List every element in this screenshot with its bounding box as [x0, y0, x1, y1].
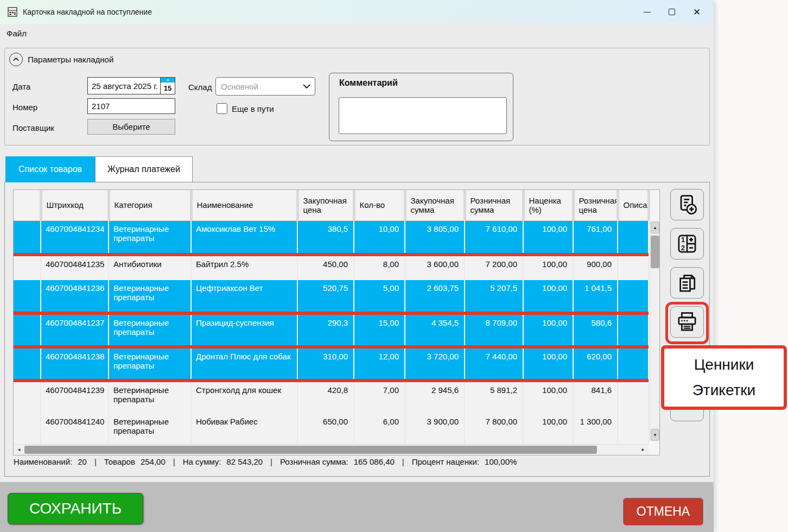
minimize-icon — [644, 12, 651, 12]
cell-desc — [618, 382, 649, 414]
cell-rowhdr — [14, 280, 41, 312]
column-header-psum[interactable]: Закупочная сумма — [405, 190, 465, 220]
date-picker[interactable]: 25 августа 2025 г. 15 — [87, 77, 175, 94]
cell-rprice: 620,00 — [573, 349, 618, 379]
cell-rowhdr — [14, 382, 41, 414]
scroll-down-arrow[interactable]: ▼ — [651, 429, 659, 441]
calendar-icon[interactable]: 15 — [160, 78, 175, 94]
cell-name: Нобивак Рабиес — [191, 414, 297, 444]
calculator-button[interactable]: 1 2 — [670, 228, 704, 259]
cell-rprice: 900,00 — [573, 256, 618, 280]
column-header-rowhdr[interactable] — [14, 190, 41, 220]
vertical-scroll-thumb[interactable] — [651, 236, 659, 268]
menu-item-file[interactable]: Файл — [0, 27, 33, 40]
status-value: 165 086,40 — [354, 457, 395, 466]
cell-rowhdr — [14, 414, 41, 444]
maximize-button[interactable] — [659, 0, 684, 24]
screen: Карточка накладной на поступление ✕ Файл… — [0, 0, 788, 532]
number-input[interactable] — [87, 98, 175, 114]
column-header-name[interactable]: Наименование — [191, 190, 297, 220]
cell-category: Ветеринарные препараты — [109, 414, 191, 444]
comment-textarea[interactable] — [339, 97, 507, 134]
status-label: Товаров — [104, 457, 135, 466]
table-row[interactable]: 4607004841240Ветеринарные препаратыНобив… — [14, 414, 649, 444]
column-header-qty[interactable]: Кол-во — [354, 190, 405, 220]
minimize-button[interactable] — [634, 0, 659, 24]
cell-rowhdr — [14, 349, 41, 379]
column-header-category[interactable]: Категория — [109, 190, 191, 220]
status-value: 254,00 — [141, 457, 166, 466]
date-label: Дата — [12, 82, 30, 91]
table-row[interactable]: 4607004841237Ветеринарные препаратыПрази… — [14, 315, 649, 345]
status-bar: Наименований:20|Товаров254,00|На сумму:8… — [14, 457, 517, 466]
menu-bar: Файл — [0, 24, 714, 42]
scroll-left-arrow[interactable]: ◄ — [15, 445, 23, 454]
table-row[interactable]: 4607004841236Ветеринарные препаратыЦефтр… — [14, 280, 649, 312]
calculator-icon: 1 2 — [675, 232, 699, 256]
invoice-params-panel: Параметры накладной Дата 25 августа 2025… — [4, 48, 710, 145]
tab-products[interactable]: Список товаров — [5, 156, 95, 182]
print-menu-item-labels[interactable]: Этикетки — [692, 382, 756, 399]
cell-rsum: 7 610,00 — [465, 220, 523, 253]
print-menu-item-price-tags[interactable]: Ценники — [694, 356, 754, 373]
cell-psum: 4 354,5 — [405, 315, 465, 345]
print-button[interactable] — [670, 306, 704, 338]
tab-payments[interactable]: Журнал платежей — [95, 156, 193, 182]
column-header-rsum[interactable]: Розничная сумма — [465, 190, 523, 220]
products-tab-page: ШтрихкодКатегорияНаименованиеЗакупочная … — [4, 182, 710, 477]
cell-barcode: 4607004841235 — [41, 256, 109, 280]
copy-button[interactable] — [670, 267, 704, 299]
cell-name: Цефтриаксон Вет — [191, 280, 297, 312]
horizontal-scroll-thumb[interactable] — [24, 446, 597, 454]
table-row[interactable]: 4607004841239Ветеринарные препаратыСтрон… — [14, 382, 649, 414]
cell-rsum: 7 800,00 — [465, 414, 523, 444]
tab-strip: Список товаровЖурнал платежей — [5, 156, 193, 182]
in-transit-checkbox[interactable] — [217, 103, 227, 114]
cell-name: Дронтал Плюс для собак — [191, 349, 297, 379]
cell-qty: 8,00 — [354, 256, 405, 280]
cell-psum: 3 805,00 — [405, 220, 465, 253]
status-separator: | — [94, 457, 97, 466]
vertical-scrollbar[interactable]: ▲ ▼ — [650, 221, 659, 441]
date-value: 25 августа 2025 г. — [88, 78, 160, 94]
cell-category: Ветеринарные препараты — [109, 220, 191, 253]
scroll-right-arrow[interactable]: ► — [639, 445, 647, 454]
cell-rowhdr — [14, 315, 41, 345]
table-row[interactable]: 4607004841234Ветеринарные препаратыАмокс… — [14, 220, 649, 253]
cell-category: Ветеринарные препараты — [109, 349, 191, 379]
column-header-desc[interactable]: Описание — [618, 190, 649, 220]
scroll-up-arrow[interactable]: ▲ — [651, 221, 659, 233]
window-title: Карточка накладной на поступление — [23, 8, 152, 16]
printer-icon — [675, 310, 699, 334]
cell-markup: 100,00 — [523, 315, 573, 345]
cell-rprice: 841,6 — [573, 382, 618, 414]
cell-markup: 100,00 — [523, 414, 573, 444]
close-button[interactable]: ✕ — [684, 0, 709, 24]
column-header-pprice[interactable]: Закупочная цена — [297, 190, 354, 220]
cell-barcode: 4607004841237 — [41, 315, 109, 345]
cell-rsum: 7 200,00 — [465, 256, 523, 280]
cell-desc — [618, 414, 649, 444]
cell-rprice: 580,6 — [573, 315, 618, 345]
column-header-barcode[interactable]: Штрихкод — [41, 190, 109, 220]
warehouse-dropdown[interactable]: Основной — [215, 77, 315, 96]
collapse-panel-button[interactable] — [9, 53, 23, 66]
copy-icon — [675, 271, 699, 295]
cancel-button[interactable]: ОТМЕНА — [623, 498, 703, 525]
warehouse-label: Склад — [188, 83, 212, 92]
status-label: Наименований: — [14, 457, 72, 466]
cell-desc — [618, 220, 649, 253]
cell-markup: 100,00 — [523, 382, 573, 414]
horizontal-scrollbar[interactable]: ◄ ► — [14, 444, 649, 455]
save-button[interactable]: СОХРАНИТЬ — [8, 493, 143, 524]
status-value: 20 — [78, 457, 87, 466]
supplier-select-button[interactable]: Выберите — [87, 119, 175, 135]
maximize-icon — [669, 9, 675, 15]
column-header-rprice[interactable]: Розничная цена — [573, 190, 618, 220]
cell-rprice: 761,00 — [573, 220, 618, 253]
cell-barcode: 4607004841234 — [41, 220, 109, 253]
table-row[interactable]: 4607004841235АнтибиотикиБайтрил 2.5%450,… — [14, 256, 649, 280]
column-header-markup[interactable]: Наценка (%) — [523, 190, 573, 220]
add-item-button[interactable] — [670, 189, 704, 220]
table-row[interactable]: 4607004841238Ветеринарные препаратыДронт… — [14, 349, 649, 379]
